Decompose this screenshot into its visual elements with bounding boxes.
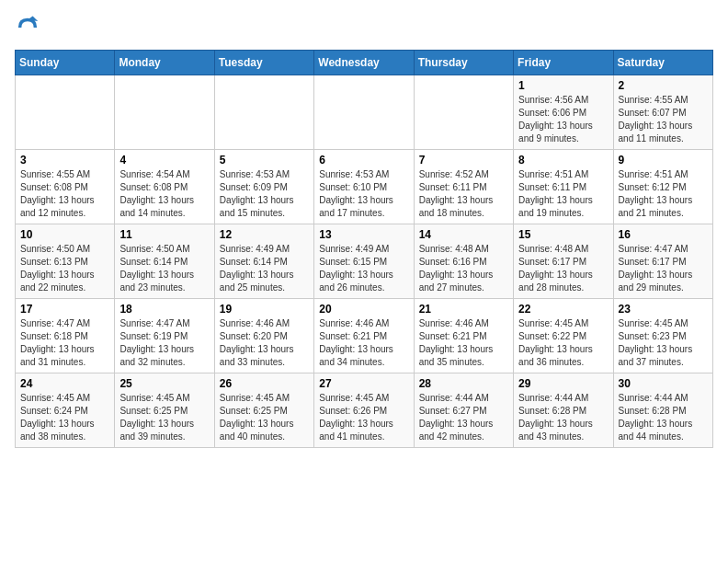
day-info: Sunrise: 4:51 AM Sunset: 6:12 PM Dayligh… [619,168,708,220]
weekday-header-monday: Monday [115,51,214,75]
day-info: Sunrise: 4:44 AM Sunset: 6:28 PM Dayligh… [518,392,608,443]
calendar-cell: 29Sunrise: 4:44 AM Sunset: 6:28 PM Dayli… [514,373,613,448]
day-number: 7 [419,154,508,167]
day-info: Sunrise: 4:47 AM Sunset: 6:18 PM Dayligh… [20,317,109,369]
day-number: 30 [619,377,708,390]
day-info: Sunrise: 4:46 AM Sunset: 6:21 PM Dayligh… [419,317,508,369]
calendar-cell: 5Sunrise: 4:53 AM Sunset: 6:09 PM Daylig… [214,150,313,224]
calendar-cell: 4Sunrise: 4:54 AM Sunset: 6:08 PM Daylig… [115,150,214,224]
calendar-week-3: 10Sunrise: 4:50 AM Sunset: 6:13 PM Dayli… [16,224,713,299]
day-number: 29 [518,377,608,390]
day-info: Sunrise: 4:50 AM Sunset: 6:14 PM Dayligh… [119,243,209,294]
calendar-cell: 15Sunrise: 4:48 AM Sunset: 6:17 PM Dayli… [514,224,613,299]
calendar-table: SundayMondayTuesdayWednesdayThursdayFrid… [15,50,713,448]
day-info: Sunrise: 4:48 AM Sunset: 6:16 PM Dayligh… [419,243,508,294]
calendar-cell: 22Sunrise: 4:45 AM Sunset: 6:22 PM Dayli… [514,299,613,373]
calendar-cell: 7Sunrise: 4:52 AM Sunset: 6:11 PM Daylig… [414,150,513,224]
day-number: 10 [20,228,109,241]
day-info: Sunrise: 4:44 AM Sunset: 6:27 PM Dayligh… [419,392,508,443]
calendar-cell: 14Sunrise: 4:48 AM Sunset: 6:16 PM Dayli… [414,224,513,299]
day-number: 27 [319,377,408,390]
day-number: 4 [119,154,209,167]
day-info: Sunrise: 4:45 AM Sunset: 6:23 PM Dayligh… [619,317,708,369]
logo [15,15,44,40]
day-number: 5 [220,154,309,167]
calendar-week-5: 24Sunrise: 4:45 AM Sunset: 6:24 PM Dayli… [16,373,713,448]
calendar-cell: 2Sunrise: 4:55 AM Sunset: 6:07 PM Daylig… [613,75,712,150]
weekday-header-friday: Friday [514,51,613,75]
weekday-header-tuesday: Tuesday [214,51,313,75]
day-number: 21 [419,303,508,316]
day-number: 22 [518,303,608,316]
calendar-cell: 25Sunrise: 4:45 AM Sunset: 6:25 PM Dayli… [115,373,214,448]
calendar-header: SundayMondayTuesdayWednesdayThursdayFrid… [16,51,713,75]
day-number: 12 [220,228,309,241]
calendar-cell: 20Sunrise: 4:46 AM Sunset: 6:21 PM Dayli… [314,299,414,373]
day-number: 18 [119,303,209,316]
calendar-cell [314,75,414,150]
calendar-cell: 28Sunrise: 4:44 AM Sunset: 6:27 PM Dayli… [414,373,513,448]
calendar-cell [16,75,115,150]
day-number: 19 [220,303,309,316]
calendar-week-2: 3Sunrise: 4:55 AM Sunset: 6:08 PM Daylig… [16,150,713,224]
day-number: 6 [319,154,408,167]
calendar-cell: 10Sunrise: 4:50 AM Sunset: 6:13 PM Dayli… [16,224,115,299]
calendar-cell [414,75,513,150]
calendar-cell: 24Sunrise: 4:45 AM Sunset: 6:24 PM Dayli… [16,373,115,448]
day-number: 3 [20,154,109,167]
day-number: 16 [619,228,708,241]
weekday-header-thursday: Thursday [414,51,513,75]
calendar-cell: 18Sunrise: 4:47 AM Sunset: 6:19 PM Dayli… [115,299,214,373]
day-info: Sunrise: 4:55 AM Sunset: 6:07 PM Dayligh… [619,94,708,145]
day-number: 25 [119,377,209,390]
day-info: Sunrise: 4:52 AM Sunset: 6:11 PM Dayligh… [419,168,508,220]
calendar-cell: 30Sunrise: 4:44 AM Sunset: 6:28 PM Dayli… [613,373,712,448]
day-number: 11 [119,228,209,241]
day-info: Sunrise: 4:46 AM Sunset: 6:21 PM Dayligh… [319,317,408,369]
calendar-cell: 3Sunrise: 4:55 AM Sunset: 6:08 PM Daylig… [16,150,115,224]
day-number: 2 [619,79,708,92]
day-info: Sunrise: 4:49 AM Sunset: 6:14 PM Dayligh… [220,243,309,294]
day-info: Sunrise: 4:49 AM Sunset: 6:15 PM Dayligh… [319,243,408,294]
calendar-week-4: 17Sunrise: 4:47 AM Sunset: 6:18 PM Dayli… [16,299,713,373]
day-info: Sunrise: 4:55 AM Sunset: 6:08 PM Dayligh… [20,168,109,220]
day-number: 24 [20,377,109,390]
day-info: Sunrise: 4:44 AM Sunset: 6:28 PM Dayligh… [619,392,708,443]
calendar-cell: 8Sunrise: 4:51 AM Sunset: 6:11 PM Daylig… [514,150,613,224]
day-info: Sunrise: 4:45 AM Sunset: 6:25 PM Dayligh… [220,392,309,443]
day-info: Sunrise: 4:47 AM Sunset: 6:19 PM Dayligh… [119,317,209,369]
calendar-cell: 12Sunrise: 4:49 AM Sunset: 6:14 PM Dayli… [214,224,313,299]
day-number: 14 [419,228,508,241]
calendar-cell [214,75,313,150]
day-info: Sunrise: 4:45 AM Sunset: 6:22 PM Dayligh… [518,317,608,369]
calendar-cell: 27Sunrise: 4:45 AM Sunset: 6:26 PM Dayli… [314,373,414,448]
header [15,15,713,40]
calendar-week-1: 1Sunrise: 4:56 AM Sunset: 6:06 PM Daylig… [16,75,713,150]
logo-icon [15,15,40,40]
day-info: Sunrise: 4:56 AM Sunset: 6:06 PM Dayligh… [518,94,608,145]
weekday-header-wednesday: Wednesday [314,51,414,75]
day-info: Sunrise: 4:45 AM Sunset: 6:24 PM Dayligh… [20,392,109,443]
day-number: 20 [319,303,408,316]
day-info: Sunrise: 4:45 AM Sunset: 6:26 PM Dayligh… [319,392,408,443]
day-number: 28 [419,377,508,390]
day-info: Sunrise: 4:51 AM Sunset: 6:11 PM Dayligh… [518,168,608,220]
calendar-cell: 19Sunrise: 4:46 AM Sunset: 6:20 PM Dayli… [214,299,313,373]
calendar-cell: 16Sunrise: 4:47 AM Sunset: 6:17 PM Dayli… [613,224,712,299]
day-info: Sunrise: 4:50 AM Sunset: 6:13 PM Dayligh… [20,243,109,294]
day-number: 17 [20,303,109,316]
day-info: Sunrise: 4:53 AM Sunset: 6:09 PM Dayligh… [220,168,309,220]
calendar-cell: 11Sunrise: 4:50 AM Sunset: 6:14 PM Dayli… [115,224,214,299]
day-number: 13 [319,228,408,241]
calendar-cell: 6Sunrise: 4:53 AM Sunset: 6:10 PM Daylig… [314,150,414,224]
day-info: Sunrise: 4:54 AM Sunset: 6:08 PM Dayligh… [119,168,209,220]
calendar-cell: 26Sunrise: 4:45 AM Sunset: 6:25 PM Dayli… [214,373,313,448]
weekday-header-sunday: Sunday [16,51,115,75]
calendar-cell: 23Sunrise: 4:45 AM Sunset: 6:23 PM Dayli… [613,299,712,373]
weekday-row: SundayMondayTuesdayWednesdayThursdayFrid… [16,51,713,75]
day-info: Sunrise: 4:47 AM Sunset: 6:17 PM Dayligh… [619,243,708,294]
calendar-body: 1Sunrise: 4:56 AM Sunset: 6:06 PM Daylig… [16,75,713,448]
calendar-cell: 17Sunrise: 4:47 AM Sunset: 6:18 PM Dayli… [16,299,115,373]
calendar-cell: 13Sunrise: 4:49 AM Sunset: 6:15 PM Dayli… [314,224,414,299]
calendar-cell: 21Sunrise: 4:46 AM Sunset: 6:21 PM Dayli… [414,299,513,373]
